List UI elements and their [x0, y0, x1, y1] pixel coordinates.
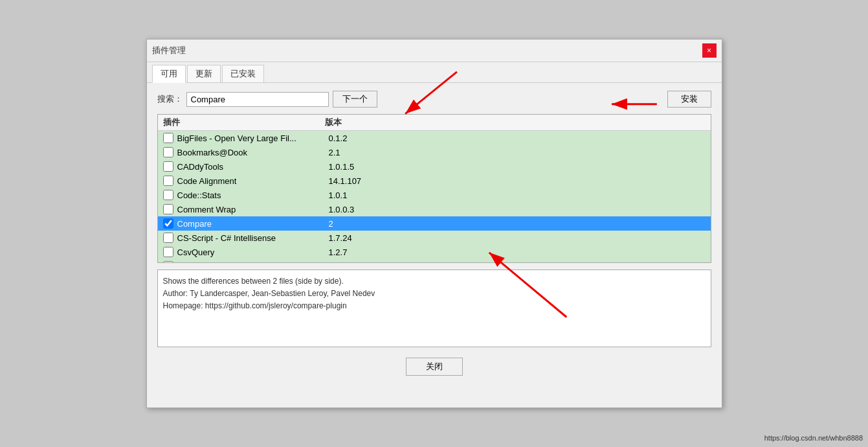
plugin-list-scroll[interactable]: BigFiles - Open Very Large Fil...0.1.2Bo…: [158, 131, 711, 262]
plugin-name: Compare: [177, 219, 329, 229]
plugin-list-container: 插件 版本 BigFiles - Open Very Large Fil...0…: [157, 114, 711, 263]
close-window-button[interactable]: ×: [702, 43, 717, 58]
dialog-content: 搜索： 下一个 安装 插件 版本 BigFiles - Open Very La…: [147, 83, 722, 384]
plugin-name: CS-Script - C# Intellisense: [177, 233, 329, 243]
list-item[interactable]: CADdyTools1.0.1.5: [158, 159, 711, 174]
list-item[interactable]: Code Alignment14.1.107: [158, 174, 711, 188]
header-plugin: 插件: [163, 117, 325, 128]
plugin-checkbox[interactable]: [163, 176, 173, 186]
plugin-version: 2.1: [329, 148, 406, 157]
title-bar: 插件管理 ×: [147, 40, 722, 62]
list-item[interactable]: BigFiles - Open Very Large Fil...0.1.2: [158, 131, 711, 145]
description-container: Shows the differences between 2 files (s…: [157, 269, 711, 347]
plugin-checkbox[interactable]: [163, 190, 173, 200]
plugin-name: Bookmarks@Dook: [177, 148, 329, 157]
watermark: https://blog.csdn.net/whbn8888: [764, 434, 863, 442]
plugin-version: 2: [329, 219, 406, 229]
plugin-name: Comment Wrap: [177, 205, 329, 214]
plugin-version: 1.0.0.3: [329, 205, 406, 214]
plugin-version: 14.1.107: [329, 176, 406, 186]
search-row: 搜索： 下一个 安装: [157, 91, 711, 108]
desc-line2: Author: Ty Landercasper, Jean-Sebastien …: [163, 288, 706, 300]
header-version: 版本: [325, 117, 403, 128]
list-item[interactable]: CS-Script - C# Intellisense1.7.24: [158, 231, 711, 245]
tab-available[interactable]: 可用: [152, 65, 186, 83]
footer-row: 关闭: [157, 358, 711, 376]
plugin-version: 1.0.1: [329, 190, 406, 200]
list-item[interactable]: CustomizeToolbar4.2: [158, 259, 711, 262]
tab-installed[interactable]: 已安装: [222, 65, 264, 82]
desc-line1: Shows the differences between 2 files (s…: [163, 275, 706, 288]
tab-update[interactable]: 更新: [187, 65, 221, 82]
plugin-name: CADdyTools: [177, 162, 329, 172]
next-button[interactable]: 下一个: [333, 91, 377, 108]
plugin-version: 1.7.24: [329, 233, 406, 243]
plugin-version: 1.2.7: [329, 247, 406, 257]
desc-line3: Homepage: https://github.com/jsleroy/com…: [163, 300, 706, 312]
list-header: 插件 版本: [158, 115, 711, 131]
plugin-version: 1.0.1.5: [329, 162, 406, 172]
plugin-manager-dialog: 插件管理 × 可用 更新 已安装 搜索： 下一个 安装 插件 版本 BigFil…: [146, 39, 722, 408]
search-input[interactable]: [186, 92, 329, 107]
plugin-name: Code::Stats: [177, 190, 329, 200]
plugin-checkbox[interactable]: [163, 261, 173, 262]
tabs-container: 可用 更新 已安装: [147, 62, 722, 83]
plugin-name: CsvQuery: [177, 247, 329, 257]
plugin-version: 0.1.2: [329, 133, 406, 143]
plugin-checkbox[interactable]: [163, 147, 173, 157]
close-dialog-button[interactable]: 关闭: [406, 358, 463, 376]
list-item[interactable]: Comment Wrap1.0.0.3: [158, 202, 711, 216]
plugin-checkbox[interactable]: [163, 204, 173, 214]
list-item[interactable]: Code::Stats1.0.1: [158, 188, 711, 202]
plugin-name: Code Alignment: [177, 176, 329, 186]
plugin-checkbox[interactable]: [163, 233, 173, 243]
plugin-name: CustomizeToolbar: [177, 262, 329, 263]
search-label: 搜索：: [157, 93, 183, 105]
install-button[interactable]: 安装: [667, 91, 711, 108]
plugin-checkbox[interactable]: [163, 133, 173, 143]
plugin-checkbox[interactable]: [163, 161, 173, 172]
plugin-checkbox[interactable]: [163, 247, 173, 257]
list-item[interactable]: Bookmarks@Dook2.1: [158, 145, 711, 159]
dialog-title: 插件管理: [152, 45, 186, 56]
list-item[interactable]: CsvQuery1.2.7: [158, 245, 711, 259]
plugin-name: BigFiles - Open Very Large Fil...: [177, 133, 329, 143]
list-item[interactable]: Compare2: [158, 216, 711, 231]
plugin-checkbox[interactable]: [163, 218, 173, 229]
plugin-version: 4.2: [329, 262, 406, 263]
